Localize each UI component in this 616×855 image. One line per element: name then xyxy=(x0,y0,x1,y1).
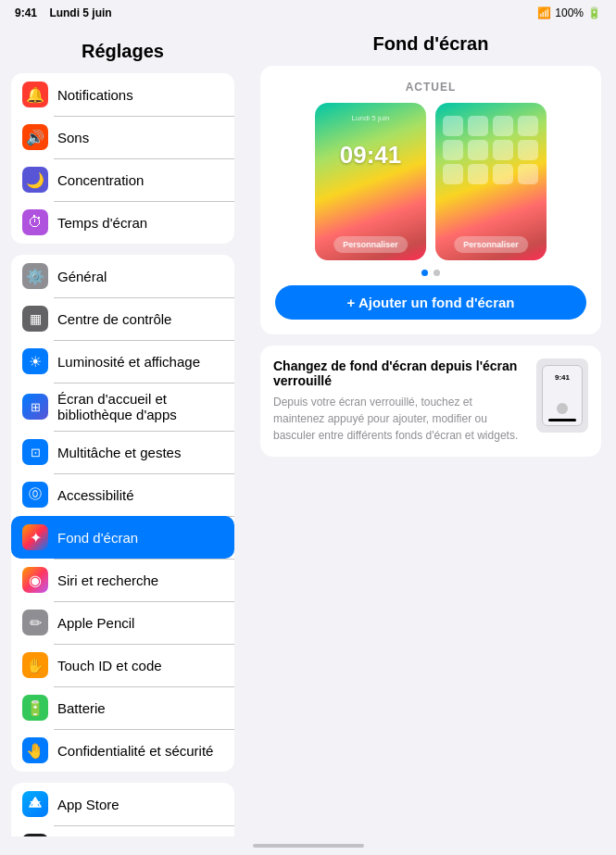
info-card-description: Depuis votre écran verrouillé, touchez e… xyxy=(273,394,525,444)
home-icon-10 xyxy=(468,164,488,184)
fond-ecran-icon: ✦ xyxy=(22,524,48,550)
sidebar-item-touch-id[interactable]: ✋ Touch ID et code xyxy=(11,644,234,686)
panel-title: Fond d'écran xyxy=(260,26,601,66)
sidebar-item-notifications[interactable]: 🔔 Notifications xyxy=(11,73,234,116)
thumb-time: 9:41 xyxy=(555,373,570,382)
temps-ecran-label: Temps d'écran xyxy=(57,215,147,231)
multitache-label: Multitâche et gestes xyxy=(57,445,181,460)
accessibilite-icon: ⓪ xyxy=(22,482,48,508)
sidebar-group-3: App Store Cartes et Apple Pay xyxy=(11,783,234,836)
lock-screen-bg: Lundi 5 juin 09:41 Personnaliser xyxy=(315,103,426,260)
bottom-bar xyxy=(0,836,616,855)
home-icon-3 xyxy=(493,116,513,136)
sidebar-item-siri[interactable]: ◉ Siri et recherche xyxy=(11,559,234,601)
ecran-accueil-label: Écran d'accueil et bibliothèque d'apps xyxy=(57,391,223,422)
sidebar-item-centre-controle[interactable]: ▦ Centre de contrôle xyxy=(11,297,234,340)
home-indicator xyxy=(253,844,364,848)
add-wallpaper-button[interactable]: + Ajouter un fond d'écran xyxy=(275,285,586,320)
temps-ecran-icon: ⏱ xyxy=(22,209,48,235)
sidebar: Réglages 🔔 Notifications 🔊 Sons 🌙 Concen… xyxy=(0,26,245,836)
dot-2 xyxy=(434,270,440,276)
thumb-circle xyxy=(557,403,568,414)
battery-text: 100% xyxy=(555,6,584,19)
home-icon-9 xyxy=(443,164,463,184)
apple-pencil-icon: ✏ xyxy=(22,610,48,635)
actuel-label: ACTUEL xyxy=(275,81,586,94)
info-card-text: Changez de fond d'écran depuis l'écran v… xyxy=(273,358,525,444)
preview-screens: Lundi 5 juin 09:41 Personnaliser xyxy=(275,103,586,260)
main-content: Réglages 🔔 Notifications 🔊 Sons 🌙 Concen… xyxy=(0,26,616,836)
cartes-pay-icon xyxy=(22,834,48,836)
batterie-icon: 🔋 xyxy=(22,695,48,721)
sidebar-item-batterie[interactable]: 🔋 Batterie xyxy=(11,686,234,729)
general-icon: ⚙️ xyxy=(22,263,48,289)
sidebar-item-general[interactable]: ⚙️ Général xyxy=(11,255,234,297)
main-panel: Fond d'écran ACTUEL Lundi 5 juin 09:41 P… xyxy=(245,26,616,836)
home-icon-4 xyxy=(518,116,538,136)
app-store-label: App Store xyxy=(57,797,119,812)
centre-controle-icon: ▦ xyxy=(22,306,48,332)
sidebar-group-1: 🔔 Notifications 🔊 Sons 🌙 Concentration ⏱… xyxy=(11,73,234,244)
sidebar-item-luminosite[interactable]: ☀ Luminosité et affichage xyxy=(11,340,234,383)
info-card-thumbnail: 9:41 xyxy=(536,358,588,433)
sidebar-item-concentration[interactable]: 🌙 Concentration xyxy=(11,158,234,201)
fond-ecran-label: Fond d'écran xyxy=(57,530,138,546)
home-icon-2 xyxy=(468,116,488,136)
luminosite-icon: ☀ xyxy=(22,348,48,374)
luminosite-label: Luminosité et affichage xyxy=(57,354,200,370)
home-icon-8 xyxy=(518,140,538,160)
home-icon-7 xyxy=(493,140,513,160)
home-personaliser-btn[interactable]: Personnaliser xyxy=(454,236,528,253)
centre-controle-label: Centre de contrôle xyxy=(57,311,171,327)
sidebar-item-confidentialite[interactable]: 🤚 Confidentialité et sécurité xyxy=(11,729,234,772)
sidebar-title: Réglages xyxy=(0,33,245,73)
sidebar-item-multitache[interactable]: ⊡ Multitâche et gestes xyxy=(11,431,234,473)
sidebar-item-ecran-accueil[interactable]: ⊞ Écran d'accueil et bibliothèque d'apps xyxy=(11,383,234,431)
notifications-icon: 🔔 xyxy=(22,82,48,107)
status-date: Lundi 5 juin xyxy=(49,6,111,19)
concentration-label: Concentration xyxy=(57,172,144,188)
batterie-label: Batterie xyxy=(57,700,106,716)
thumb-home-bar xyxy=(548,419,576,421)
home-screen-bg: Personnaliser xyxy=(435,103,547,260)
sidebar-item-apple-pencil[interactable]: ✏ Apple Pencil xyxy=(11,601,234,644)
concentration-icon: 🌙 xyxy=(22,167,48,193)
general-label: Général xyxy=(57,269,107,284)
sidebar-item-fond-ecran[interactable]: ✦ Fond d'écran xyxy=(11,516,234,559)
siri-label: Siri et recherche xyxy=(57,572,158,588)
sidebar-item-sons[interactable]: 🔊 Sons xyxy=(11,116,234,158)
confidentialite-icon: 🤚 xyxy=(22,737,48,763)
lock-time: 09:41 xyxy=(340,141,402,170)
sidebar-item-temps-ecran[interactable]: ⏱ Temps d'écran xyxy=(11,201,234,244)
sons-label: Sons xyxy=(57,130,89,145)
info-thumb-screen: 9:41 xyxy=(542,365,583,426)
status-right: 📶 100% 🔋 xyxy=(537,6,601,19)
info-card-title: Changez de fond d'écran depuis l'écran v… xyxy=(273,358,525,388)
dots-indicator xyxy=(275,270,586,276)
wallpaper-preview-card: ACTUEL Lundi 5 juin 09:41 Personnaliser xyxy=(260,66,601,334)
touch-id-icon: ✋ xyxy=(22,652,48,678)
sidebar-item-cartes-pay[interactable]: Cartes et Apple Pay xyxy=(11,825,234,836)
lock-date-small: Lundi 5 juin xyxy=(352,114,390,122)
ecran-accueil-icon: ⊞ xyxy=(22,394,48,420)
sidebar-item-app-store[interactable]: App Store xyxy=(11,783,234,825)
sidebar-group-2: ⚙️ Général ▦ Centre de contrôle ☀ Lumino… xyxy=(11,255,234,772)
home-icon-1 xyxy=(443,116,463,136)
status-time-date: 9:41 Lundi 5 juin xyxy=(15,6,112,19)
app-store-icon xyxy=(22,791,48,817)
home-icon-12 xyxy=(518,164,538,184)
status-time: 9:41 xyxy=(15,6,37,19)
lock-screen-preview[interactable]: Lundi 5 juin 09:41 Personnaliser xyxy=(315,103,426,260)
sons-icon: 🔊 xyxy=(22,124,48,150)
home-screen-preview[interactable]: Personnaliser xyxy=(435,103,547,260)
home-icon-6 xyxy=(468,140,488,160)
home-icon-5 xyxy=(443,140,463,160)
wifi-icon: 📶 xyxy=(537,6,551,19)
battery-icon: 🔋 xyxy=(587,6,601,19)
notifications-label: Notifications xyxy=(57,87,133,103)
home-icons-grid xyxy=(435,103,547,192)
multitache-icon: ⊡ xyxy=(22,439,48,465)
sidebar-item-accessibilite[interactable]: ⓪ Accessibilité xyxy=(11,473,234,516)
lock-personaliser-btn[interactable]: Personnaliser xyxy=(333,236,408,253)
info-card: Changez de fond d'écran depuis l'écran v… xyxy=(260,346,601,457)
